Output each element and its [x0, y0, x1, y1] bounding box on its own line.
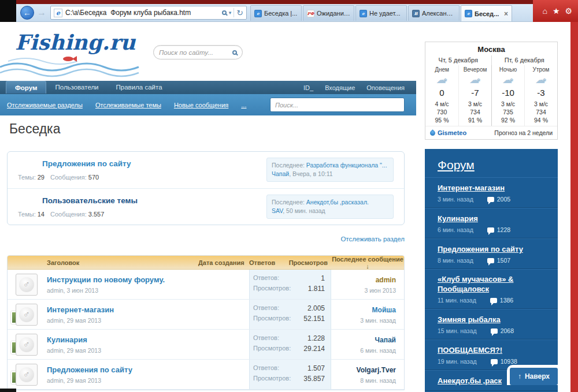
replies-label: Ответов: [253, 364, 279, 372]
navbar-right-item[interactable]: ID_ [303, 84, 313, 91]
address-input[interactable] [65, 9, 219, 17]
sidebar-topic-link[interactable]: «Клуб мучачасов» & Пообщаловск [438, 274, 545, 294]
sidebar-topic-link[interactable]: Кулинария [438, 214, 478, 223]
browser-tab[interactable]: В Александ... × [408, 5, 460, 21]
replies-label: Ответов: [253, 274, 279, 282]
weather-part-label: Вечером [459, 65, 491, 73]
sidebar-topic-link[interactable]: Интернет-магазин [438, 183, 505, 193]
forecast-link[interactable]: Прогноз на 2 недели [494, 129, 553, 136]
weather-part-label: Днем [425, 65, 458, 73]
last-post-link[interactable]: Анекдот,бы ,расказал. [306, 199, 369, 206]
sidebar-topic-meta: 19 мин. назад 10938 [438, 358, 545, 365]
male-icon: ♂ [19, 367, 34, 382]
navbar-tab[interactable]: Форум [6, 81, 46, 94]
browser-tab[interactable]: e Беседка |... × [250, 5, 302, 21]
sidebar-title-link[interactable]: Форум [438, 158, 475, 172]
forum-sections: Предложения по сайту Темы:29Сообщения:57… [7, 151, 405, 225]
sidebar-topic-link[interactable]: ПООБЩАЕМСЯ?! [438, 345, 502, 355]
back-icon: ← [23, 8, 31, 17]
sidebar-topic-link[interactable]: Предложения по сайту [438, 244, 523, 254]
header-last-post[interactable]: Последнее сообщение ↓ [331, 256, 404, 270]
back-button[interactable]: ← [20, 6, 34, 20]
weather-column: Ночью ☁❄ -10 3 м/с 735 92 % [491, 65, 524, 126]
subnav-link[interactable]: Отслеживаемые разделы [7, 102, 83, 109]
avatar[interactable]: ♂ [16, 274, 38, 296]
subnav-link[interactable]: ... [241, 102, 246, 109]
header-views[interactable]: Просмотров [286, 259, 331, 266]
section-title-link[interactable]: Пользовательские темы [42, 196, 138, 205]
browser-command-area: ⌂ ★ ⚙ [533, 0, 578, 22]
forward-button[interactable]: → [37, 8, 46, 18]
search-icon[interactable] [222, 10, 227, 15]
last-poster-link[interactable]: Чапай [375, 336, 396, 344]
last-poster-link[interactable]: Мойша [372, 306, 396, 314]
gismeteo-logo[interactable]: Gismeteo [430, 129, 466, 136]
weather-column: Вечером ☁❄ -7 3 м/с 734 91 % [458, 65, 491, 126]
back-to-top-button[interactable]: ↑ Наверх [510, 368, 558, 385]
avatar[interactable]: ♂ [16, 304, 38, 326]
weather-widget: Москва Чт, 5 декабря Пт, 6 декабря Днем … [425, 42, 558, 140]
last-post-author[interactable]: Чапай [272, 170, 289, 177]
sidebar-count-value: 2005 [497, 196, 510, 203]
sidebar-topic-time: 6 мин. назад [438, 226, 473, 233]
topic-author-date: admin, 29 мая 2013 [47, 377, 249, 384]
section-title-link[interactable]: Предложения по сайту [42, 159, 131, 168]
water-drop-icon [429, 129, 436, 137]
forum-search-input[interactable] [275, 102, 399, 109]
site-logo[interactable]: Fishing.ru [15, 30, 160, 79]
topic-title-link[interactable]: Предложения по сайту [47, 365, 132, 374]
weather-temp: -3 [525, 87, 557, 100]
weather-pressure: 734 [459, 108, 491, 116]
favorites-star-icon[interactable]: ★ [553, 7, 560, 15]
header-title[interactable]: Заголовок [8, 259, 198, 266]
navbar-tab[interactable]: Правила сайта [108, 81, 171, 94]
browser-tab[interactable]: e Бесед... × [461, 5, 512, 21]
posts-label: Сообщения: [50, 211, 87, 218]
last-post-author[interactable]: SAV [272, 207, 283, 214]
weather-column: Днем ☁❄ 0 4 м/с 730 95 % [425, 65, 458, 126]
sidebar-count-value: 2068 [501, 327, 514, 334]
topic-title-link[interactable]: Интернет-магазин [47, 305, 114, 314]
last-poster-link[interactable]: admin [376, 276, 396, 284]
header-created[interactable]: Дата создания [198, 259, 249, 266]
sidebar-topic-count: 10938 [491, 358, 517, 365]
last-post-link[interactable]: Разработка функционала "... [306, 162, 387, 169]
follow-section-link[interactable]: Отслеживать раздел [340, 236, 405, 242]
subnav-link[interactable]: Отслеживаемые темы [95, 102, 161, 109]
search-icon[interactable] [232, 50, 237, 55]
up-arrow-icon: ↑ [518, 372, 521, 380]
home-icon[interactable]: ⌂ [542, 7, 547, 15]
topic-title-link[interactable]: Инструкции по новому форуму. [47, 275, 165, 284]
avatar[interactable]: ♂ [16, 364, 38, 386]
last-post-time: , Вчера, в 10:11 [289, 170, 332, 177]
refresh-icon[interactable]: ↻ [236, 8, 243, 17]
topic-stats-cell: Ответов: 1 Просмотров: 1.811 [249, 270, 331, 299]
close-icon[interactable]: × [504, 10, 508, 17]
topic-title-link[interactable]: Кулинария [47, 335, 87, 344]
replies-count: 1.228 [307, 334, 325, 342]
navbar-right-item[interactable]: Оповещения [366, 84, 405, 91]
site-search-input[interactable] [159, 49, 230, 56]
navbar-right-item[interactable]: Входящие [325, 84, 355, 91]
weather-pressure: 734 [525, 108, 557, 116]
back-to-top-label: Наверх [525, 372, 550, 380]
browser-tab[interactable]: e Не удает... × [355, 5, 407, 21]
sidebar-topic-link[interactable]: Анекдот,бы ,раск [438, 376, 502, 386]
replies-label: Ответов: [253, 304, 279, 312]
sidebar-topic-item: Предложения по сайту 8 мин. назад 1507 [425, 238, 558, 269]
site-search[interactable] [153, 45, 243, 59]
address-bar[interactable]: e ▾ ↻ [50, 6, 247, 20]
browser-tab[interactable]: РФ Ожидании... × [303, 5, 354, 21]
sidebar-topic-link[interactable]: Зимняя рыбалка [438, 315, 501, 324]
navbar-tab[interactable]: Пользователи [46, 81, 107, 94]
sidebar-topic-time: 3 мин. назад [438, 196, 473, 203]
forum-search[interactable] [270, 98, 405, 112]
topic-main-cell: Кулинария admin, 29 мая 2013 [8, 330, 249, 359]
subnav-link[interactable]: Новые сообщения [174, 102, 228, 109]
chevron-down-icon[interactable]: ▾ [229, 10, 232, 16]
last-poster-link[interactable]: Volgarj.Tver [357, 366, 396, 374]
gear-icon[interactable]: ⚙ [565, 7, 572, 15]
replies-count: 1.507 [307, 364, 325, 372]
avatar[interactable]: ♂ [16, 334, 38, 356]
header-replies[interactable]: Ответов [249, 259, 286, 266]
